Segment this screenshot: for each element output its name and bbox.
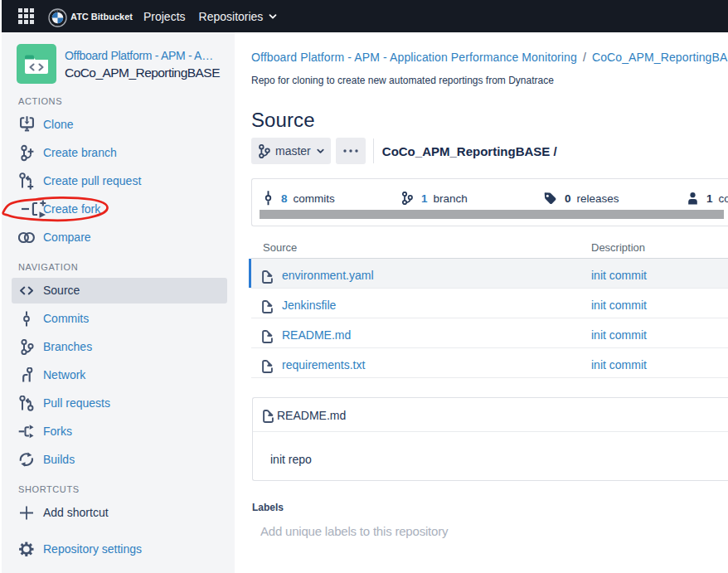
svg-text:B M W: B M W xyxy=(54,8,61,12)
